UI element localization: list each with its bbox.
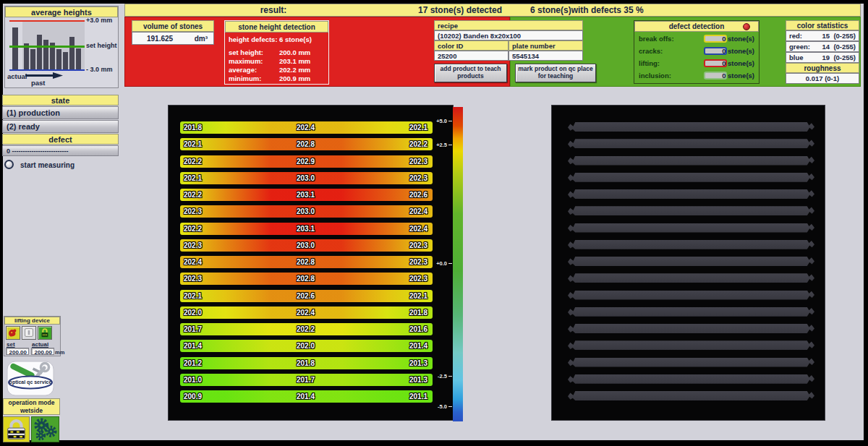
stone-heat-row: 202.2202.9202.3 <box>180 155 433 168</box>
stone-height-value-left: 202.2 <box>180 158 202 166</box>
stone-height-value-left: 201.4 <box>180 342 202 350</box>
stone-camera-row <box>568 122 814 132</box>
start-measuring-control[interactable]: start measuring <box>4 160 120 171</box>
color-stat-label: blue <box>789 53 804 61</box>
stone-camera-row <box>568 307 814 317</box>
state-item-ready: (2) ready <box>2 120 119 133</box>
lower-limit-line <box>9 69 85 71</box>
colorbar-tick <box>448 263 452 264</box>
stone-height-value-right: 202.3 <box>409 275 433 283</box>
hd-row-label: average: <box>229 66 279 74</box>
stone-height-detection-box: stone height detection height defects:6 … <box>224 20 329 85</box>
settings-button[interactable] <box>31 416 59 442</box>
recipe-subheaders: color ID plate number <box>434 40 583 51</box>
defect-row-label: break offs: <box>639 35 674 43</box>
stone-height-value-center: 203.1 <box>297 191 315 199</box>
defect-detection-title: defect detection <box>634 21 759 32</box>
stone-height-value-center: 202.0 <box>297 342 315 350</box>
stone-heat-row: 201.0201.7201.3 <box>180 374 433 386</box>
hd-row-label: minimum: <box>229 74 279 83</box>
stone-camera-row <box>568 223 814 233</box>
plate-number-label: plate number <box>509 40 583 51</box>
plate-icon <box>22 327 35 339</box>
colorbar-tick <box>448 121 452 121</box>
actual-height-field[interactable]: 200.00 <box>31 348 54 355</box>
color-stat-row: red:15(0-255) <box>786 30 859 41</box>
stone-heat-row: 202.3203.0202.4 <box>180 205 433 218</box>
colorbar-scale-label: +2.5 <box>433 142 447 148</box>
defect-row-count: 0 stone(s) <box>722 72 754 80</box>
stone-height-value-left: 202.1 <box>180 292 202 300</box>
actual-label: actual <box>32 341 48 348</box>
defect-row-count: 0 stone(s) <box>722 35 754 43</box>
colorbar-scale-label: -5.0 <box>433 403 447 410</box>
lock-button[interactable] <box>3 416 30 442</box>
stone-heat-row: 202.1202.8202.2 <box>180 138 433 150</box>
lock-toggle-button[interactable] <box>38 326 52 340</box>
past-arrow-icon <box>25 72 63 79</box>
stone-height-value-center: 202.6 <box>297 292 315 300</box>
result-bar: result: 17 stone(s) detected 6 stone(s)w… <box>124 4 861 17</box>
gripper-button[interactable] <box>6 326 20 340</box>
bar-past <box>30 49 35 69</box>
bar-actual <box>12 27 18 69</box>
height-detection-row: set height:200.0 mm <box>229 48 326 57</box>
colorbar-scale-label: -2.5 <box>433 373 447 379</box>
stone-camera-row <box>568 206 814 215</box>
stone-heat-row: 202.3203.0202.3 <box>180 239 433 252</box>
padlock-icon <box>4 417 29 442</box>
stone-heat-row: 200.9201.4201.1 <box>180 390 433 403</box>
color-stat-value: 19 <box>814 53 830 61</box>
result-label: result: <box>241 5 306 15</box>
stone-heat-row: 201.8202.4202.1 <box>180 121 433 134</box>
operation-mode-line1: operation mode <box>9 399 55 406</box>
stone-height-value-right: 202.3 <box>409 258 433 266</box>
volume-unit: dm³ <box>195 35 208 43</box>
stone-height-detection-title: stone height detection <box>225 21 328 33</box>
colorbar-tick <box>448 406 452 407</box>
plate-button[interactable] <box>22 326 36 340</box>
recipe-subvalues: 25200 5545134 <box>434 51 583 61</box>
stone-height-value-left: 202.3 <box>180 275 202 283</box>
stone-height-value-center: 202.8 <box>297 258 315 266</box>
volume-value-box: 191.625 dm³ <box>132 32 214 45</box>
set-height-field[interactable]: 200.00 <box>6 348 29 355</box>
past-label: past <box>31 79 46 87</box>
stone-height-value-right: 201.8 <box>409 309 433 317</box>
hd-row-label: height defects: <box>229 35 279 44</box>
height-detection-row: average:202.2 mm <box>229 66 326 74</box>
stone-heat-row: 201.4202.0201.4 <box>180 340 433 352</box>
stone-height-detection-rows: height defects:6 stone(s)set height:200.… <box>229 35 326 83</box>
stone-height-value-right: 201.4 <box>409 342 433 350</box>
stone-height-value-left: 202.1 <box>180 140 202 148</box>
add-product-to-teach-button[interactable]: add product to teach products <box>434 64 507 82</box>
qc-logo-text: optical qc service <box>7 379 54 385</box>
stone-camera-row <box>568 189 814 199</box>
stone-height-value-center: 202.8 <box>297 140 315 148</box>
bar-past <box>37 35 42 69</box>
bar-past <box>56 49 61 69</box>
recipe-name: (10202) Banden 8x20x100 <box>434 30 583 40</box>
stone-height-value-right: 201.6 <box>409 325 433 333</box>
plate-number-value: 5545134 <box>509 51 583 61</box>
state-item-production: (1) production <box>2 106 119 119</box>
color-stat-row: blue19(0-255) <box>786 52 859 63</box>
defect-value-row: 0 -------------------------- <box>2 145 119 156</box>
stone-camera-row <box>568 139 814 148</box>
stone-camera-row <box>568 240 814 249</box>
mark-product-qc-button[interactable]: mark product on qc place for teaching <box>515 64 596 82</box>
stone-height-value-right: 201.1 <box>409 393 433 400</box>
stone-camera-row <box>568 391 814 400</box>
hd-row-label: set height: <box>229 48 279 57</box>
stone-height-value-left: 201.7 <box>180 325 202 333</box>
set-height-label: set height <box>86 42 117 49</box>
stones-detected-text: 17 stone(s) detected <box>399 5 522 15</box>
stone-heat-row: 202.1203.0202.3 <box>180 172 433 184</box>
state-title: state <box>2 95 119 106</box>
stone-camera-row <box>568 324 814 333</box>
stone-heat-row: 201.7202.2201.6 <box>180 323 433 335</box>
start-measuring-radio-icon[interactable] <box>4 160 14 169</box>
average-heights-title: average heights <box>5 7 118 17</box>
stone-height-value-center: 203.0 <box>297 174 315 182</box>
hd-row-value: 203.1 mm <box>279 57 310 66</box>
